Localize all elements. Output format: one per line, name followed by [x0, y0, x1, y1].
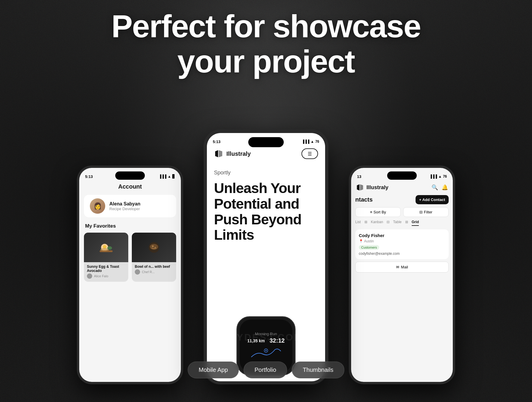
search-icon-r[interactable]: 🔍 [432, 184, 438, 191]
contacts-row: ntacts + Add Contact [355, 195, 449, 204]
favorites-title: My Favorites [79, 223, 181, 233]
add-contact-button[interactable]: + Add Contact [416, 195, 449, 204]
profile-info: Alena Sabyan Recipe Developer [109, 201, 140, 211]
watch-label: Morning Run [255, 332, 277, 336]
wifi-icon-c: ▲ [311, 140, 314, 144]
table-icon: ⊟ [387, 220, 390, 226]
right-phone-screen: 13 ▐▐▐ ▲ 76 Illustraly 🔍 🔔 [351, 168, 453, 382]
fav-author-name-2: Chef R... [142, 270, 155, 274]
user-role: Recipe Developer [109, 207, 140, 211]
fav-image-2 [132, 233, 176, 262]
headline-line2: your project [177, 43, 355, 79]
svg-point-6 [150, 244, 158, 250]
watch-time: 32:12 [270, 337, 285, 344]
right-header: Illustraly 🔍 🔔 [351, 181, 453, 195]
right-time: 13 [357, 174, 361, 179]
bell-icon-r[interactable]: 🔔 [442, 184, 448, 191]
right-status-icons: ▐▐▐ ▲ 76 [429, 174, 447, 179]
wifi-icon-r: ▲ [438, 174, 442, 179]
mail-icon: ✉ [396, 265, 399, 269]
view-list-tab[interactable]: List [355, 220, 361, 226]
headline-text: Perfect for showcase your project [0, 9, 532, 79]
avatar: 👩 [90, 198, 105, 214]
fav-card-1: Sunny Egg & Toast Avocado Alice Falo [84, 233, 128, 282]
fav-title-1: Sunny Egg & Toast Avocado [84, 262, 128, 273]
map-svg [248, 345, 284, 360]
contact-location-text: Austin [364, 239, 374, 243]
watch-stats: 11,35 km 32:12 [247, 337, 285, 344]
pill-mobile-app[interactable]: Mobile App [188, 362, 239, 378]
contacts-title: ntacts [355, 196, 373, 203]
filter-icon: ⊟ [419, 210, 423, 214]
left-phone-screen: 5:13 ▐▐▐ ▲ ▊ Account 👩 Alena Sabyan Reci… [79, 168, 181, 382]
view-kanban-tab[interactable]: Kanban [371, 220, 383, 226]
add-contact-label: + Add Contact [419, 197, 445, 202]
brand-logo: Illustraly [214, 149, 251, 158]
right-header-icons: 🔍 🔔 [432, 184, 448, 191]
contact-location: 📍 Austin [359, 239, 445, 243]
fav-author-avatar-2 [135, 269, 140, 275]
left-status-icons: ▐▐▐ ▲ ▊ [159, 174, 175, 179]
sort-by-button[interactable]: ≡ Sort By [355, 207, 401, 217]
mail-button[interactable]: ✉ Mail [355, 262, 449, 273]
phone-island-left [115, 171, 145, 180]
left-time: 5:13 [85, 174, 93, 179]
center-nav: Illustraly ☰ [207, 146, 325, 164]
fav-author-row-1: Alice Falo [84, 273, 128, 282]
headline-line1: Perfect for showcase [111, 8, 421, 44]
fav-author-name-1: Alice Falo [94, 274, 108, 278]
location-icon: 📍 [359, 239, 363, 243]
pill-portfolio[interactable]: Portfolio [244, 362, 287, 378]
brand-icon [214, 149, 223, 158]
contacts-title-text: ntacts [355, 196, 373, 203]
signal-icon: ▐▐▐ [159, 174, 167, 179]
watch-distance: 11,35 km [247, 338, 265, 343]
fav-author-row-2: Chef R... [132, 269, 176, 278]
contact-card: Cody Fisher 📍 Austin Customers codyfishe… [355, 229, 449, 259]
sort-icon: ≡ [370, 210, 372, 214]
account-title: Account [79, 181, 181, 195]
phone-island-right [387, 171, 417, 180]
grid-icon: ⊞ [405, 220, 408, 226]
fav-card-2: Bowl of n... with beef Chef R... [132, 233, 176, 282]
svg-rect-3 [100, 250, 113, 252]
battery-icon-r: 76 [443, 174, 447, 179]
center-content: Sportly Unleash Your Potential and Push … [207, 164, 325, 249]
profile-row: 👩 Alena Sabyan Recipe Developer [84, 195, 176, 217]
wifi-icon: ▲ [168, 174, 171, 179]
filter-row: ≡ Sort By ⊟ Filter [355, 207, 449, 217]
filter-button[interactable]: ⊟ Filter [403, 207, 449, 217]
right-brand-name: Illustraly [366, 184, 388, 191]
center-tag: Sportly [214, 170, 318, 176]
center-phone-screen: 5:13 ▐▐▐ ▲ 76 Illustraly ☰ Sport [207, 133, 325, 381]
phone-island-center [248, 137, 284, 147]
view-table-tab[interactable]: Table [393, 220, 402, 226]
user-name: Alena Sabyan [109, 201, 140, 207]
svg-point-10 [265, 350, 267, 351]
menu-button[interactable]: ☰ [301, 148, 318, 159]
center-headline: Unleash Your Potential and Push Beyond L… [214, 181, 318, 243]
view-tabs: List ⊞ Kanban ⊟ Table ⊞ Grid [355, 220, 449, 226]
phone-left: 5:13 ▐▐▐ ▲ ▊ Account 👩 Alena Sabyan Reci… [77, 166, 183, 384]
contact-tag: Customers [359, 245, 379, 250]
food-icon-1 [97, 239, 115, 256]
contact-actions: ✉ Mail [355, 262, 449, 273]
svg-point-7 [152, 245, 154, 247]
bottom-pills: Mobile App Portfolio Thumbnails [188, 362, 344, 378]
fav-author-avatar-1 [87, 273, 92, 279]
pill-thumbnails[interactable]: Thumbnails [292, 362, 344, 378]
watch-time-val: 32:12 [270, 337, 285, 344]
fav-image-1 [84, 233, 128, 262]
watch-map [248, 345, 284, 360]
headline-section: Perfect for showcase your project [0, 9, 532, 79]
right-brand-icon [356, 183, 364, 192]
brand-name: Illustraly [226, 150, 251, 157]
contact-email: codyfisher@example.com [359, 252, 445, 256]
svg-point-4 [107, 246, 112, 250]
phone-center: 5:13 ▐▐▐ ▲ 76 Illustraly ☰ Sport [204, 130, 328, 384]
favorites-grid: Sunny Egg & Toast Avocado Alice Falo [79, 233, 181, 282]
battery-icon-c: 76 [315, 140, 319, 144]
center-status-icons: ▐▐▐ ▲ 76 [302, 140, 319, 144]
view-grid-tab[interactable]: Grid [412, 220, 419, 226]
food-icon-2 [145, 239, 163, 256]
